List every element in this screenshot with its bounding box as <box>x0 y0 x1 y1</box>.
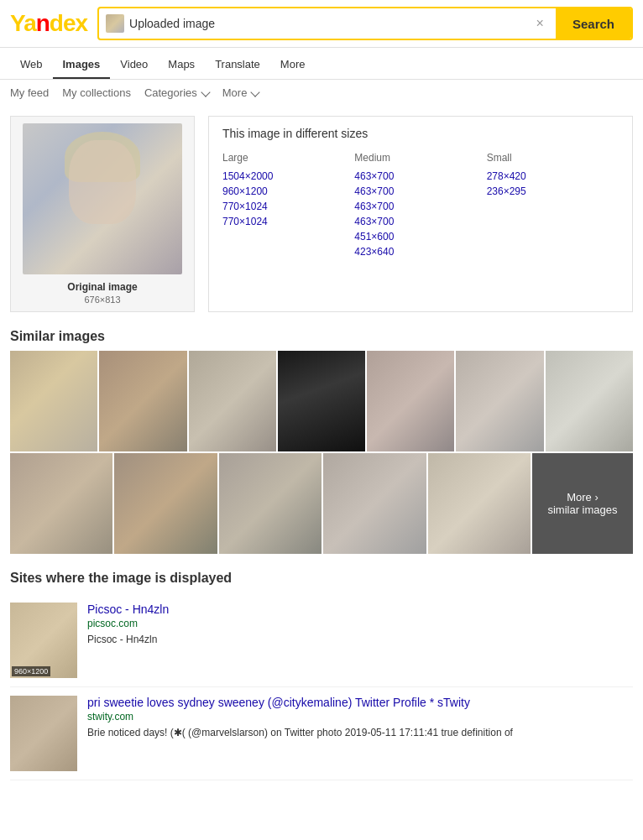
size-link-sm-1[interactable]: 236×295 <box>487 184 619 199</box>
nav-tabs: Web Images Video Maps Translate More <box>0 48 643 80</box>
site-desc-1: Picsoc - Hn4zln <box>87 633 633 647</box>
subnav-more[interactable]: More <box>222 86 259 99</box>
sub-nav: My feed My collections Categories More <box>0 80 643 106</box>
image-result: Original image 676×813 This image in dif… <box>10 116 633 312</box>
sizes-table: This image in different sizes Large Medi… <box>208 116 633 312</box>
more-label: More <box>567 491 592 503</box>
size-link-large-0[interactable]: 1504×2000 <box>222 169 354 184</box>
subnav-collections[interactable]: My collections <box>62 86 131 99</box>
tab-web[interactable]: Web <box>10 51 53 79</box>
search-input[interactable]: Uploaded image <box>129 17 531 30</box>
similar-image-2[interactable] <box>99 351 186 451</box>
yandex-logo: Yandex <box>10 10 87 37</box>
size-link-med-2[interactable]: 463×700 <box>354 199 486 214</box>
similar-image-5[interactable] <box>367 351 454 451</box>
size-link-large-1[interactable]: 960×1200 <box>222 184 354 199</box>
original-size: 676×813 <box>18 295 187 305</box>
similar-title: Similar images <box>10 329 633 344</box>
similar-image-1[interactable] <box>10 351 97 451</box>
search-bar-inner: Uploaded image × <box>99 14 556 33</box>
size-link-med-1[interactable]: 463×700 <box>354 184 486 199</box>
similar-image-9[interactable] <box>114 453 217 554</box>
sizes-grid: Large Medium Small 1504×2000 960×1200 77… <box>222 149 619 259</box>
chevron-down-icon <box>251 87 260 97</box>
size-link-med-3[interactable]: 463×700 <box>354 214 486 229</box>
sites-title: Sites where the image is displayed <box>10 571 633 586</box>
col-medium: Medium <box>354 149 486 169</box>
similar-image-11[interactable] <box>323 453 426 554</box>
site-result-1: 960×1200 Picsoc - Hn4zln picsoc.com Pics… <box>10 594 633 687</box>
similar-image-12[interactable] <box>428 453 531 554</box>
site-result-2: pri sweetie loves sydney sweeney (@cityk… <box>10 687 633 780</box>
similar-images-row1 <box>10 351 633 451</box>
site-title-link-2[interactable]: pri sweetie loves sydney sweeney (@cityk… <box>87 696 633 709</box>
large-sizes-col: 1504×2000 960×1200 770×1024 770×1024 <box>222 169 354 259</box>
original-image <box>23 123 182 274</box>
original-image-box: Original image 676×813 <box>10 116 195 312</box>
site-title-link-1[interactable]: Picsoc - Hn4zln <box>87 603 633 616</box>
size-link-med-0[interactable]: 463×700 <box>354 169 486 184</box>
more-similar-button[interactable]: More › similar images <box>532 453 633 554</box>
similar-image-7[interactable] <box>546 351 633 451</box>
more-similar-text: More › similar images <box>547 491 617 516</box>
site-thumb-size-1: 960×1200 <box>12 666 50 676</box>
more-sublabel: similar images <box>547 503 617 516</box>
site-thumb-2 <box>10 696 77 771</box>
size-link-large-3[interactable]: 770×1024 <box>222 214 354 229</box>
similar-image-3[interactable] <box>189 351 276 451</box>
clear-icon[interactable]: × <box>531 16 549 31</box>
medium-sizes-col: 463×700 463×700 463×700 463×700 451×600 … <box>354 169 486 259</box>
search-thumbnail <box>106 14 124 33</box>
similar-images-row2: More › similar images <box>10 453 633 554</box>
similar-image-4[interactable] <box>278 351 365 451</box>
similar-image-6[interactable] <box>456 351 543 451</box>
small-sizes-col: 278×420 236×295 <box>487 169 619 259</box>
main-content: Original image 676×813 This image in dif… <box>0 116 643 780</box>
face-overlay <box>69 140 136 224</box>
original-label: Original image <box>18 281 187 293</box>
site-domain-1: picsoc.com <box>87 618 633 629</box>
search-button[interactable]: Search <box>556 7 631 40</box>
sizes-title: This image in different sizes <box>222 127 619 140</box>
similar-image-10[interactable] <box>219 453 322 554</box>
site-domain-2: stwity.com <box>87 711 633 723</box>
search-bar: Uploaded image × Search <box>97 7 633 40</box>
size-link-large-2[interactable]: 770×1024 <box>222 199 354 214</box>
site-info-2: pri sweetie loves sydney sweeney (@cityk… <box>87 696 633 771</box>
header: Yandex Uploaded image × Search <box>0 0 643 48</box>
size-link-sm-0[interactable]: 278×420 <box>487 169 619 184</box>
site-thumb-1: 960×1200 <box>10 603 77 678</box>
site-info-1: Picsoc - Hn4zln picsoc.com Picsoc - Hn4z… <box>87 603 633 678</box>
size-link-med-4[interactable]: 451×600 <box>354 229 486 244</box>
tab-video[interactable]: Video <box>110 51 158 79</box>
site-desc-2: Brie noticed days! (✱( (@marvelslarson) … <box>87 726 633 740</box>
subnav-categories[interactable]: Categories <box>144 86 209 99</box>
site-thumb-image-2 <box>10 696 77 771</box>
col-large: Large <box>222 149 354 169</box>
similar-image-8[interactable] <box>10 453 112 554</box>
chevron-down-icon <box>201 87 210 97</box>
tab-images[interactable]: Images <box>53 51 111 79</box>
tab-translate[interactable]: Translate <box>205 51 270 79</box>
size-link-med-5[interactable]: 423×640 <box>354 244 486 259</box>
col-small: Small <box>487 149 619 169</box>
tab-maps[interactable]: Maps <box>158 51 205 79</box>
subnav-myfeed[interactable]: My feed <box>10 86 49 99</box>
tab-more[interactable]: More <box>270 51 316 79</box>
more-arrow: › <box>592 491 599 503</box>
